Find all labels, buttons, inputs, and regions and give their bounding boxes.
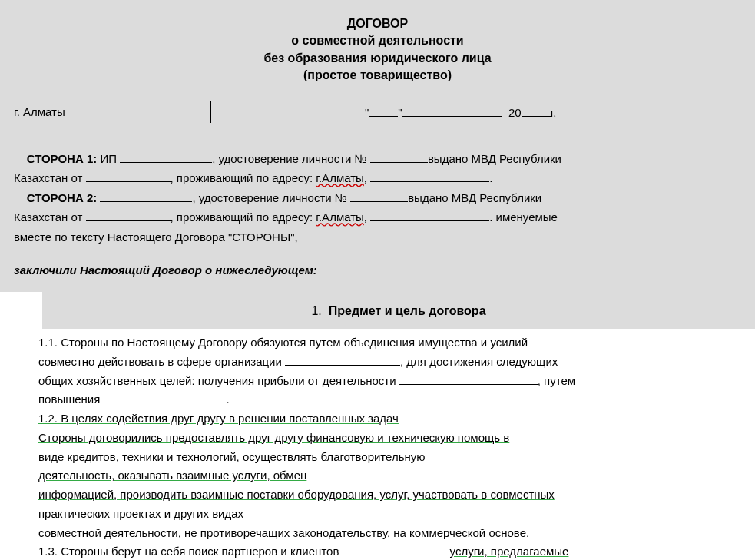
section-1-header-row: 1. Предмет и цель договора	[0, 292, 755, 329]
party-2-id-text: , удостоверение личности №	[192, 191, 347, 204]
clause-1-3: 1.3. Стороны берут на себя поиск партнер…	[38, 542, 741, 560]
party-1-addr-blank	[370, 170, 489, 182]
intro-line: заключили Настоящий Договор о нижеследую…	[14, 263, 741, 277]
c12g: совместной деятельности, не противоречащ…	[38, 526, 529, 539]
section-1-num: 1.	[311, 304, 321, 317]
clause-1-2: 1.2. В целях содействия друг другу в реш…	[38, 409, 741, 542]
section-1-title: 1. Предмет и цель договора	[42, 292, 755, 329]
year-prefix: 20	[508, 106, 522, 119]
party-2-comma: ,	[364, 210, 367, 224]
party-2-addr-label: , проживающий по адресу:	[171, 210, 313, 224]
c11g: .	[227, 393, 230, 406]
section-left-notch	[0, 292, 42, 329]
c11-blank-1	[285, 353, 400, 366]
c12e: информацией, производить взаимные постав…	[38, 488, 555, 501]
c13a: 1.3. Стороны берут на себя поиск партнер…	[38, 545, 343, 558]
party-2-issued: выдано МВД Республики	[408, 191, 541, 204]
month-blank	[402, 104, 502, 117]
party-1-kz-from: Казахстан от	[14, 171, 82, 184]
party-2-label: СТОРОНА 2:	[27, 191, 98, 204]
party-2-date-blank	[86, 209, 171, 221]
c11a: 1.1. Стороны по Настоящему Договору обяз…	[38, 336, 528, 349]
c12b: Стороны договорились предоставлять друг …	[38, 431, 509, 444]
party-1-addr-city: г.Алматы	[316, 171, 364, 184]
c11-blank-3	[104, 391, 227, 403]
title-line-4: (простое товарищество)	[14, 67, 741, 84]
party-1-addr-label: , проживающий по адресу:	[171, 171, 313, 184]
day-blank	[369, 104, 398, 117]
party-1-name-blank	[120, 151, 212, 163]
party-1-id-text: , удостоверение личности №	[212, 152, 367, 165]
parties-together: вместе по тексту Настоящего Договора "СТ…	[14, 227, 741, 247]
vertical-divider	[210, 101, 211, 123]
party-2-kz-from: Казахстан от	[14, 210, 82, 224]
party-2-addr-blank	[370, 209, 489, 221]
c11d: общих хозяйственных целей: получения при…	[38, 374, 399, 387]
party-1-dot: .	[489, 171, 492, 184]
city-date-row: г. Алматы "" 20г.	[14, 101, 741, 123]
title-line-1: ДОГОВОР	[14, 15, 741, 32]
party-2-name-blank	[100, 190, 192, 202]
parties-block: СТОРОНА 1: ИП , удостоверение личности №…	[14, 149, 741, 247]
c12f: практических проектах и других видах	[38, 507, 243, 520]
c12d: деятельность, оказывать взаимные услуги,…	[38, 469, 306, 482]
party-2-trailer: . именуемые	[489, 210, 558, 224]
body-text: 1.1. Стороны по Настоящему Договору обяз…	[0, 329, 755, 560]
c13-blank	[343, 543, 450, 555]
party-1-ip: ИП	[100, 152, 117, 165]
document-header-block: ДОГОВОР о совместной деятельности без об…	[0, 0, 755, 292]
party-1-id-blank	[370, 151, 428, 163]
party-2-id-blank	[350, 190, 408, 202]
party-1-label: СТОРОНА 1:	[27, 152, 98, 165]
c13b: услуги, предлагаемые	[450, 545, 569, 558]
c11-blank-2	[399, 373, 538, 385]
c11f: повышения	[38, 393, 104, 406]
party-2-line-1: СТОРОНА 2: , удостоверение личности № вы…	[14, 188, 741, 208]
year-suffix: г.	[551, 106, 557, 119]
c11b: совместно действовать в сфере организаци…	[38, 355, 285, 368]
party-1-date-blank	[86, 170, 171, 182]
section-1-text: Предмет и цель договора	[329, 304, 486, 317]
party-2-addr-city: г.Алматы	[316, 210, 364, 224]
c12a: 1.2. В целях содействия друг другу в реш…	[38, 412, 399, 425]
party-1-line-1: СТОРОНА 1: ИП , удостоверение личности №…	[14, 149, 741, 169]
c12c: виде кредитов, техники и технологий, осу…	[38, 450, 426, 463]
party-1-line-2: Казахстан от , проживающий по адресу: г.…	[14, 168, 741, 188]
title-line-3: без образования юридического лица	[14, 50, 741, 67]
date-fields: "" 20г.	[365, 104, 557, 119]
party-1-issued: выдано МВД Республики	[428, 152, 561, 165]
city-label: г. Алматы	[14, 105, 210, 118]
party-2-line-2: Казахстан от , проживающий по адресу: г.…	[14, 207, 741, 227]
title-block: ДОГОВОР о совместной деятельности без об…	[14, 15, 741, 84]
title-line-2: о совместной деятельности	[14, 32, 741, 49]
party-1-comma: ,	[364, 171, 367, 184]
year-blank	[522, 104, 551, 117]
c11e: , путем	[538, 374, 575, 387]
c11c: , для достижения следующих	[400, 355, 558, 368]
clause-1-1: 1.1. Стороны по Настоящему Договору обяз…	[38, 333, 741, 409]
